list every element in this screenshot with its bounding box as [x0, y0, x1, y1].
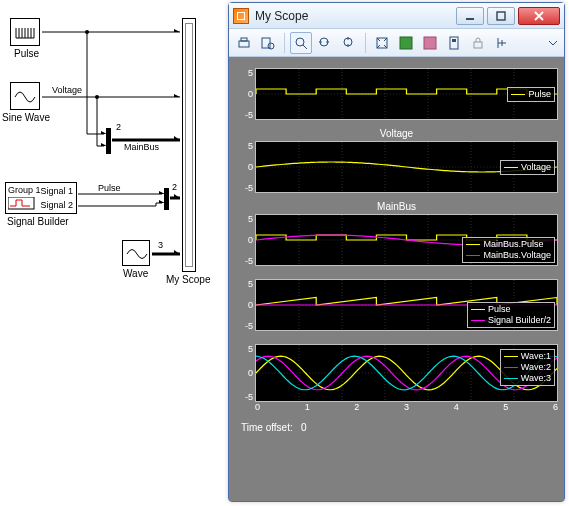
- label-sigbuilder: Signal Builder: [7, 216, 69, 227]
- lock-icon[interactable]: [467, 32, 489, 54]
- sigbuilder-out1: Signal 1: [40, 186, 73, 196]
- axes-title: Voltage: [235, 128, 558, 140]
- print-icon[interactable]: [233, 32, 255, 54]
- legend: Wave:1Wave:2Wave:3: [500, 349, 555, 386]
- y-ticks: 50-5: [235, 214, 255, 266]
- svg-point-1: [95, 95, 99, 99]
- y-ticks: 50-5: [235, 141, 255, 193]
- axes-3[interactable]: MainBus50-5MainBus.PulseMainBus.Voltage: [235, 201, 558, 266]
- legend: MainBus.PulseMainBus.Voltage: [462, 237, 555, 263]
- axes-title: MainBus: [235, 201, 558, 213]
- port-two-b: 2: [172, 182, 177, 192]
- plot-area[interactable]: MainBus.PulseMainBus.Voltage: [255, 214, 558, 266]
- svg-point-8: [268, 43, 274, 49]
- time-offset-value: 0: [301, 422, 307, 433]
- block-scope[interactable]: [182, 18, 196, 272]
- axes-2[interactable]: Voltage50-5Voltage: [235, 128, 558, 193]
- plot-area[interactable]: PulseSignal Builder/2: [255, 279, 558, 331]
- label-scope: My Scope: [166, 274, 210, 285]
- axes-5[interactable]: 50-5Wave:1Wave:2Wave:30123456: [235, 339, 558, 414]
- svg-point-0: [85, 30, 89, 34]
- sigbuilder-out2: Signal 2: [40, 200, 73, 210]
- toolbar-overflow-icon[interactable]: [546, 32, 560, 54]
- x-ticks: 0123456: [235, 402, 558, 414]
- close-button[interactable]: [518, 7, 560, 25]
- axes-4[interactable]: 50-5PulseSignal Builder/2: [235, 274, 558, 331]
- restore-config-icon[interactable]: [419, 32, 441, 54]
- plot-area[interactable]: Pulse: [255, 68, 558, 120]
- svg-rect-5: [239, 41, 249, 47]
- scope-body: 50-5PulseVoltage50-5VoltageMainBus50-5Ma…: [229, 57, 564, 501]
- svg-rect-16: [452, 39, 456, 42]
- svg-rect-4: [497, 12, 505, 20]
- time-offset-label: Time offset:: [241, 422, 293, 433]
- axes-title: [235, 274, 558, 278]
- toolbar: [229, 29, 564, 57]
- port-three: 3: [158, 240, 163, 250]
- zoom-y-icon[interactable]: [338, 32, 360, 54]
- svg-point-9: [296, 38, 304, 46]
- time-offset: Time offset: 0: [235, 418, 558, 435]
- svg-rect-15: [450, 37, 458, 49]
- label-pulse: Pulse: [14, 48, 39, 59]
- legend: Voltage: [500, 160, 555, 175]
- label-wave: Wave: [123, 268, 148, 279]
- titlebar: My Scope: [229, 3, 564, 29]
- window-title: My Scope: [255, 9, 453, 23]
- legend: PulseSignal Builder/2: [467, 302, 555, 328]
- block-wave[interactable]: [122, 240, 150, 266]
- svg-rect-13: [400, 37, 412, 49]
- axes-title: [235, 339, 558, 343]
- svg-rect-2: [8, 197, 34, 209]
- bus-creator-1[interactable]: [106, 128, 111, 154]
- block-sine[interactable]: [10, 82, 40, 110]
- matlab-icon: [233, 8, 249, 24]
- label-voltage: Voltage: [52, 85, 82, 95]
- port-pulse: Pulse: [98, 183, 121, 193]
- axes-title: [235, 63, 558, 67]
- svg-rect-14: [424, 37, 436, 49]
- simulink-diagram: Pulse Sine Wave Voltage 2 MainBus Group …: [0, 0, 228, 320]
- label-mainbus: MainBus: [124, 142, 159, 152]
- bus-creator-2[interactable]: [164, 188, 169, 210]
- svg-rect-17: [474, 42, 482, 48]
- y-ticks: 50-5: [235, 344, 255, 402]
- zoom-icon[interactable]: [290, 32, 312, 54]
- autoscale-icon[interactable]: [371, 32, 393, 54]
- signal-select-icon[interactable]: [491, 32, 513, 54]
- minimize-button[interactable]: [456, 7, 484, 25]
- save-config-icon[interactable]: [395, 32, 417, 54]
- axes-1[interactable]: 50-5Pulse: [235, 63, 558, 120]
- svg-rect-7: [262, 38, 270, 48]
- maximize-button[interactable]: [487, 7, 515, 25]
- parameters-icon[interactable]: [257, 32, 279, 54]
- label-sine: Sine Wave: [2, 112, 50, 123]
- scope-window: My Scope 50-5PulseVoltage50-5VoltageMain…: [228, 2, 565, 502]
- svg-rect-6: [241, 38, 247, 41]
- plot-area[interactable]: Voltage: [255, 141, 558, 193]
- block-pulse[interactable]: [10, 18, 40, 46]
- zoom-x-icon[interactable]: [314, 32, 336, 54]
- svg-rect-3: [466, 18, 474, 20]
- plot-area[interactable]: Wave:1Wave:2Wave:3: [255, 344, 558, 402]
- block-signal-builder[interactable]: Group 1 Signal 1 Signal 2: [5, 182, 77, 214]
- legend: Pulse: [507, 87, 555, 102]
- y-ticks: 50-5: [235, 279, 255, 331]
- floating-icon[interactable]: [443, 32, 465, 54]
- y-ticks: 50-5: [235, 68, 255, 120]
- port-two-a: 2: [116, 122, 121, 132]
